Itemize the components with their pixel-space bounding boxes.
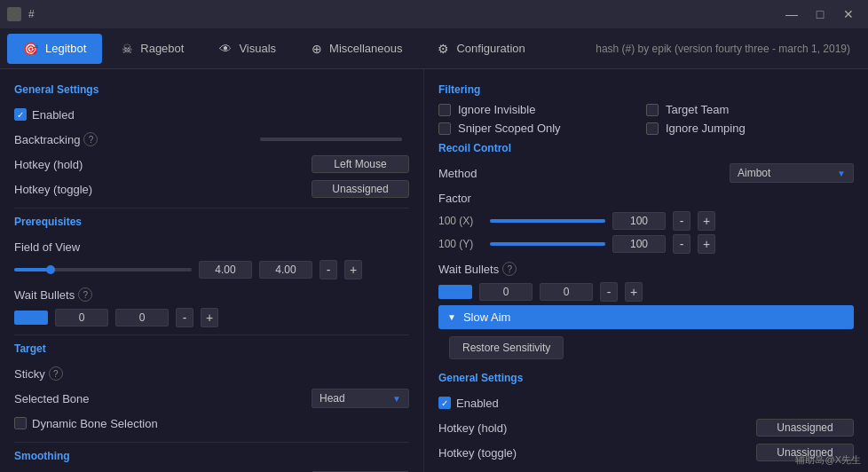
y-minus-btn[interactable]: - bbox=[673, 234, 690, 254]
bone-dropdown-arrow: ▼ bbox=[392, 394, 401, 404]
wait-bullets-row: Wait Bullets ? bbox=[14, 283, 409, 306]
y-label: 100 (Y) bbox=[438, 238, 483, 250]
selected-bone-value: Head bbox=[320, 392, 345, 405]
restore-sensitivity-row: Restore Sensitivity bbox=[438, 336, 854, 368]
hotkey-hold-button[interactable]: Left Mouse bbox=[312, 155, 409, 173]
r-hotkey-hold-label: Hotkey (hold) bbox=[438, 421, 507, 435]
ignore-jumping-checkbox[interactable] bbox=[646, 122, 659, 135]
filtering-title: Filtering bbox=[438, 83, 854, 96]
filter-grid: Ignore Invisible Target Team Sniper Scop… bbox=[438, 103, 854, 135]
wait-bullets-help-icon[interactable]: ? bbox=[78, 287, 92, 302]
tab-legitbot[interactable]: 🎯 Legitbot bbox=[7, 34, 102, 64]
config-icon: ⚙ bbox=[438, 42, 449, 56]
ignore-invisible-checkbox[interactable] bbox=[438, 104, 451, 116]
wait-bullets-val1[interactable]: 0 bbox=[55, 309, 108, 326]
app-icon bbox=[7, 7, 21, 21]
selected-bone-label: Selected Bone bbox=[14, 392, 90, 405]
r-hotkey-hold-row: Hotkey (hold) Unassigned bbox=[438, 416, 854, 439]
r-wait-bullets-slider-row: 0 0 - + bbox=[438, 282, 854, 302]
r-wait-bullets-slider[interactable] bbox=[438, 285, 472, 299]
slow-aim-label: Slow Aim bbox=[463, 311, 510, 324]
r-general-settings-title: General Settings bbox=[438, 372, 854, 384]
target-team-checkbox[interactable] bbox=[646, 104, 659, 116]
recoil-method-label: Method bbox=[438, 167, 477, 180]
ignore-jumping-label: Ignore Jumping bbox=[666, 122, 746, 135]
selected-bone-row: Selected Bone Head ▼ bbox=[14, 387, 409, 410]
wait-bullets-val2[interactable]: 0 bbox=[115, 309, 169, 326]
dynamic-bone-label: Dynamic Bone Selection bbox=[32, 417, 158, 430]
r-enabled-label: Enabled bbox=[456, 397, 499, 410]
general-settings-title: General Settings bbox=[14, 83, 409, 96]
x-label: 100 (X) bbox=[438, 215, 483, 227]
fov-slider-track[interactable] bbox=[14, 268, 192, 271]
tab-config-label: Configuration bbox=[456, 42, 525, 55]
r-enabled-checkbox[interactable] bbox=[438, 397, 451, 409]
tab-configuration[interactable]: ⚙ Configuration bbox=[422, 34, 541, 64]
wait-bullets-label: Wait Bullets bbox=[14, 288, 75, 302]
x-value[interactable]: 100 bbox=[612, 212, 666, 230]
r-hotkey-hold-button[interactable]: Unassigned bbox=[756, 419, 854, 437]
target-team-item: Target Team bbox=[646, 103, 854, 116]
hotkey-toggle-button[interactable]: Unassigned bbox=[312, 180, 409, 198]
tab-ragebot-label: Ragebot bbox=[140, 42, 184, 55]
hotkey-hold-label: Hotkey (hold) bbox=[14, 158, 83, 171]
minimize-button[interactable]: — bbox=[779, 5, 804, 23]
left-panel: General Settings Enabled Backtracking ? … bbox=[0, 69, 424, 472]
x-plus-btn[interactable]: + bbox=[698, 211, 715, 231]
dynamic-bone-checkbox[interactable] bbox=[14, 417, 27, 429]
recoil-method-dropdown[interactable]: Aimbot ▼ bbox=[730, 163, 854, 183]
fov-value1[interactable]: 4.00 bbox=[199, 261, 252, 279]
y-slider[interactable] bbox=[490, 242, 605, 246]
y-slider-row: 100 (Y) 100 - + bbox=[438, 234, 854, 254]
fov-minus-btn[interactable]: - bbox=[320, 260, 337, 279]
backtracking-help-icon[interactable]: ? bbox=[83, 132, 98, 146]
fov-label-row: Field of View bbox=[14, 235, 409, 258]
tab-visuals[interactable]: 👁 Visuals bbox=[203, 34, 292, 64]
target-team-label: Target Team bbox=[666, 103, 729, 116]
r-wait-plus-btn[interactable]: + bbox=[625, 282, 643, 302]
fov-value2[interactable]: 4.00 bbox=[259, 261, 312, 279]
sniper-scoped-label: Sniper Scoped Only bbox=[458, 122, 561, 135]
tab-miscellaneous[interactable]: ⊕ Miscellaneous bbox=[296, 34, 418, 64]
r-wait-minus-btn[interactable]: - bbox=[600, 282, 618, 302]
tabbar: 🎯 Legitbot ☠ Ragebot 👁 Visuals ⊕ Miscell… bbox=[0, 28, 868, 69]
prerequisites-title: Prerequisites bbox=[14, 216, 409, 228]
backtracking-row: Backtracking ? bbox=[14, 128, 409, 151]
sticky-help-icon[interactable]: ? bbox=[49, 366, 63, 381]
sniper-scoped-checkbox[interactable] bbox=[438, 122, 451, 135]
r-wait-bullets-help-icon[interactable]: ? bbox=[502, 262, 517, 276]
wait-bullets-plus-btn[interactable]: + bbox=[201, 308, 218, 327]
ignore-jumping-item: Ignore Jumping bbox=[646, 122, 854, 135]
tab-ragebot[interactable]: ☠ Ragebot bbox=[106, 34, 200, 64]
target-title: Target bbox=[14, 342, 409, 355]
close-button[interactable]: ✕ bbox=[836, 5, 861, 23]
slow-aim-arrow-icon: ▼ bbox=[447, 312, 456, 322]
selected-bone-dropdown[interactable]: Head ▼ bbox=[312, 389, 409, 408]
main-content: General Settings Enabled Backtracking ? … bbox=[0, 69, 868, 472]
r-wait-bullets-val2[interactable]: 0 bbox=[540, 283, 593, 301]
r-wait-bullets-row: Wait Bullets ? bbox=[438, 257, 854, 280]
fov-plus-btn[interactable]: + bbox=[344, 260, 362, 279]
sticky-label: Sticky bbox=[14, 367, 45, 381]
legitbot-icon: 🎯 bbox=[23, 42, 38, 56]
y-plus-btn[interactable]: + bbox=[698, 234, 715, 254]
r-hotkey-toggle-row: Hotkey (toggle) Unassigned bbox=[438, 441, 854, 464]
y-value[interactable]: 100 bbox=[612, 235, 666, 253]
x-minus-btn[interactable]: - bbox=[673, 211, 690, 231]
smoothing-title: Smoothing bbox=[14, 450, 409, 462]
wait-bullets-slider[interactable] bbox=[14, 311, 48, 325]
r-hotkey-toggle-button[interactable]: Unassigned bbox=[756, 444, 854, 461]
fov-label: Field of View bbox=[14, 240, 80, 254]
hash-text: hash (#) by epik (version fourty three -… bbox=[596, 43, 861, 55]
enabled-checkbox[interactable] bbox=[14, 108, 27, 121]
x-slider[interactable] bbox=[490, 219, 605, 223]
wait-bullets-minus-btn[interactable]: - bbox=[176, 308, 193, 327]
titlebar: # — □ ✕ bbox=[0, 0, 868, 28]
maximize-button[interactable]: □ bbox=[808, 5, 832, 23]
fov-slider-row: 4.00 4.00 - + bbox=[14, 260, 409, 279]
slow-aim-header[interactable]: ▼ Slow Aim bbox=[438, 305, 854, 329]
titlebar-title: # bbox=[28, 8, 35, 20]
ignore-invisible-label: Ignore Invisible bbox=[458, 103, 535, 116]
restore-sensitivity-button[interactable]: Restore Sensitivity bbox=[449, 336, 564, 359]
r-wait-bullets-val1[interactable]: 0 bbox=[479, 283, 533, 301]
